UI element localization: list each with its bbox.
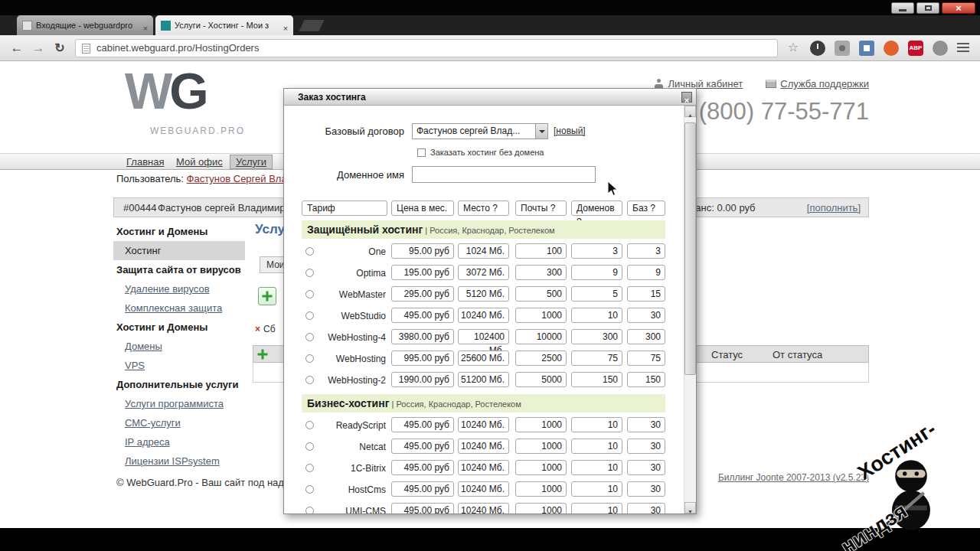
status-column-header: Статус	[711, 349, 743, 360]
tariff-row: WebStudio495.00 руб10240 Мб.10001030	[284, 305, 684, 327]
tariff-name: HostCms	[312, 484, 386, 495]
footer-copyright: © WebGuard.Pro - Ваш сайт под надёжн	[116, 477, 302, 488]
nav-office[interactable]: Мой офис	[176, 156, 223, 168]
add-order-button[interactable]	[258, 287, 276, 305]
fire-extension-icon[interactable]	[884, 41, 899, 56]
tariff-name: One	[312, 246, 386, 257]
tariff-space: 10240 Мб.	[458, 308, 509, 323]
tariff-databases: 30	[627, 503, 665, 514]
maximize-icon	[925, 5, 932, 11]
tariff-space: 5120 Мб.	[458, 286, 509, 302]
contract-select[interactable]: Фастунов сергей Влад...	[412, 123, 548, 139]
forward-button[interactable]	[29, 39, 47, 57]
billing-link[interactable]: Биллинг Joonte 2007-2013 (v2.5.23)	[718, 472, 869, 483]
tariff-mailboxes: 100	[515, 243, 567, 259]
sidebar-item[interactable]: Домены	[113, 337, 245, 356]
header-domains[interactable]: Доменов ?	[571, 201, 622, 216]
tariff-row: One95.00 руб1024 Мб.10033	[284, 241, 684, 262]
tariff-name: WebMaster	[312, 289, 386, 300]
tariff-price: 495.00 руб	[391, 417, 454, 432]
tariff-name: Optima	[312, 268, 386, 279]
no-domain-checkbox[interactable]	[417, 148, 426, 157]
tab-inbox[interactable]: Входящие - webguardpro	[17, 15, 153, 35]
tariff-space: 10240 Мб.	[458, 439, 509, 454]
nav-home[interactable]: Главная	[126, 156, 164, 168]
services-heading-fragment: Услу	[255, 222, 285, 237]
sidebar-item[interactable]: СМС-услуги	[113, 413, 245, 432]
tariff-name: ReadyScript	[312, 420, 386, 431]
camera-extension-icon[interactable]	[835, 41, 850, 56]
reload-button[interactable]	[51, 39, 69, 57]
tariff-mailboxes: 300	[515, 265, 567, 280]
chevron-down-icon[interactable]	[535, 124, 547, 139]
dialog-title: Заказ хостинга	[298, 89, 366, 106]
window-maximize-button[interactable]	[916, 2, 939, 14]
support-link[interactable]: Служба поддержки	[780, 78, 869, 90]
sidebar-item[interactable]: Комплексная защита	[113, 298, 245, 318]
tariff-databases: 30	[627, 439, 665, 454]
domain-input[interactable]	[412, 166, 596, 183]
tariff-domains: 10	[571, 417, 622, 432]
scroll-up-arrow[interactable]	[684, 106, 696, 117]
sidebar-item[interactable]: Удаление вирусов	[113, 279, 245, 298]
tariff-mailboxes: 5000	[515, 372, 567, 387]
menu-icon[interactable]	[957, 47, 969, 48]
sidebar-item[interactable]: Хостинг	[113, 241, 245, 260]
tariff-name: 1C-Bitrix	[312, 463, 386, 474]
tariff-row: HostCms495.00 руб10240 Мб.10001030	[284, 479, 684, 500]
address-bar[interactable]: cabinet.webguard.pro/HostingOrders	[75, 39, 778, 57]
tariff-price: 495.00 руб	[391, 460, 454, 475]
back-button[interactable]	[8, 39, 26, 57]
header-price[interactable]: Цена в мес.	[391, 201, 454, 216]
tariff-domains: 9	[571, 265, 622, 280]
tab-close-icon[interactable]	[141, 21, 150, 30]
tab-services[interactable]: Услуги - Хостинг - Мои з	[155, 15, 293, 35]
scroll-down-arrow[interactable]	[684, 502, 696, 514]
reset-link-fragment[interactable]: ×Сб	[255, 324, 276, 334]
tariff-space: 25600 Мб.	[458, 350, 509, 366]
sidebar-item[interactable]: Лицензии ISPsystem	[113, 452, 245, 471]
add-row-icon[interactable]	[256, 347, 270, 361]
contract-name[interactable]: Фастунов сергей Владимиро	[158, 202, 291, 214]
header-tariff[interactable]: Тариф	[302, 201, 387, 216]
tariff-row: WebHosting-21990.00 руб51200 Мб.50001501…	[284, 370, 684, 391]
window-close-button[interactable]	[942, 2, 975, 14]
tariff-databases: 75	[627, 350, 665, 366]
tariff-space: 1024 Мб.	[458, 243, 509, 259]
nav-services[interactable]: Услуги	[230, 155, 273, 169]
tariff-domains: 10	[571, 460, 622, 475]
topup-link[interactable]: [пополнить]	[807, 202, 861, 214]
header-space[interactable]: Место ?	[458, 201, 509, 216]
new-contract-link[interactable]: [новый]	[554, 126, 586, 136]
profile-extension-icon[interactable]	[933, 41, 948, 56]
window-controls	[889, 2, 975, 14]
tariff-price: 195.00 руб	[391, 265, 454, 280]
dialog-scrollbar[interactable]	[684, 106, 696, 514]
clock-extension-icon[interactable]	[810, 41, 825, 56]
tab-close-icon[interactable]	[281, 21, 290, 30]
screen: Входящие - webguardpro Услуги - Хостинг …	[0, 0, 980, 551]
tariff-domains: 10	[571, 308, 622, 323]
sidebar-item[interactable]: IP адреса	[113, 432, 245, 452]
new-tab-button[interactable]	[299, 20, 325, 31]
window-minimize-button[interactable]	[891, 2, 914, 14]
header-bases[interactable]: Баз ?	[627, 201, 665, 216]
tariff-row: WebHosting995.00 руб25600 Мб.25007575	[284, 348, 684, 370]
header-mail[interactable]: Почты ?	[515, 201, 567, 216]
tariff-price: 495.00 руб	[391, 481, 454, 497]
user-name-link[interactable]: Фастунов Сергей Вла	[187, 173, 287, 184]
sidebar-item[interactable]: VPS	[113, 356, 245, 375]
dialog-close-button[interactable]	[681, 92, 692, 103]
scroll-thumb[interactable]	[684, 122, 696, 375]
bookmark-star-icon[interactable]	[786, 40, 801, 55]
clear-icon: ×	[255, 324, 260, 334]
sidebar-item[interactable]: Услуги программиста	[113, 394, 245, 413]
adblock-badge[interactable]: ABP	[908, 41, 923, 56]
tariff-section-header: Защищённый хостинг | Россия, Краснодар, …	[302, 220, 665, 239]
mouse-cursor	[607, 181, 619, 197]
tariff-domains: 10	[571, 481, 622, 497]
tariff-domains: 300	[571, 329, 622, 344]
tariff-section-header: Бизнес-хостинг | Россия, Краснодар, Рост…	[302, 394, 665, 412]
translate-extension-icon[interactable]	[859, 41, 874, 56]
tariff-price: 3980.00 руб	[391, 329, 454, 344]
